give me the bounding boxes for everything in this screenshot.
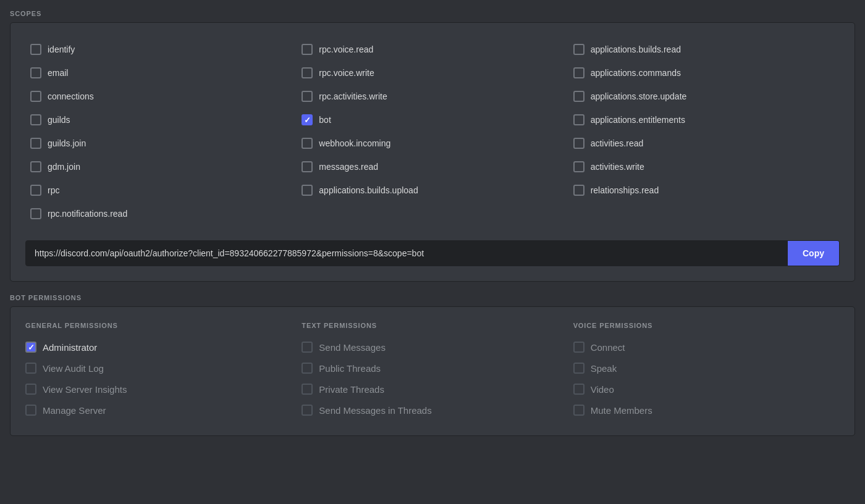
scope-label: applications.entitlements [591,115,685,125]
scope-label: relationships.read [591,185,659,195]
perm-item[interactable]: Public Threads [302,358,563,379]
perm-item[interactable]: Video [573,379,835,400]
scope-item[interactable]: guilds.join [25,132,297,155]
perm-checkbox[interactable] [25,384,36,395]
scope-item[interactable]: webhook.incoming [297,132,568,155]
perm-item[interactable]: View Server Insights [25,379,292,400]
perm-column: GENERAL PERMISSIONSAdministratorView Aud… [25,322,297,421]
scope-item[interactable]: bot [297,108,568,132]
perm-item[interactable]: Mute Members [573,400,835,421]
perm-label: View Audit Log [43,363,104,374]
scope-item[interactable]: activities.read [568,132,840,155]
bot-permissions-card: GENERAL PERMISSIONSAdministratorView Aud… [10,306,855,436]
perm-item[interactable]: Speak [573,358,835,379]
scope-item[interactable]: gdm.join [25,155,297,178]
scope-label: rpc [48,185,59,195]
scope-item[interactable]: rpc [25,178,297,202]
scope-checkbox-rpc.voice.write[interactable] [302,67,313,78]
perm-checkbox[interactable] [573,342,584,353]
scope-label: messages.read [319,162,378,172]
scope-checkbox-relationships.read[interactable] [573,185,584,196]
perm-label: View Server Insights [43,384,127,395]
scope-label: activities.write [591,162,644,172]
scope-checkbox-activities.write[interactable] [573,161,584,172]
copy-button[interactable]: Copy [788,241,839,266]
scope-item[interactable]: rpc.activities.write [297,85,568,108]
scope-item[interactable]: messages.read [297,155,568,178]
scope-checkbox-rpc.voice.read[interactable] [302,44,313,55]
scope-checkbox-guilds.join[interactable] [30,138,41,149]
permissions-grid: GENERAL PERMISSIONSAdministratorView Aud… [25,322,840,421]
scope-item[interactable]: applications.builds.read [568,38,840,61]
perm-item[interactable]: Manage Server [25,400,292,421]
perm-item[interactable]: View Audit Log [25,358,292,379]
scope-column: identifyemailconnectionsguildsguilds.joi… [25,38,297,225]
perm-checkbox[interactable] [302,363,313,374]
scope-checkbox-identify[interactable] [30,44,41,55]
scope-column: rpc.voice.readrpc.voice.writerpc.activit… [297,38,568,225]
scope-checkbox-messages.read[interactable] [302,161,313,172]
perm-checkbox[interactable] [302,405,313,416]
scope-item[interactable]: applications.store.update [568,85,840,108]
scope-checkbox-activities.read[interactable] [573,138,584,149]
scope-checkbox-applications.entitlements[interactable] [573,114,584,125]
scope-item[interactable]: rpc.voice.write [297,61,568,85]
url-bar: https://discord.com/api/oauth2/authorize… [25,240,840,266]
perm-item[interactable]: Send Messages [302,337,563,358]
perm-item[interactable]: Administrator [25,337,292,358]
scope-item[interactable]: applications.entitlements [568,108,840,132]
scope-item[interactable]: connections [25,85,297,108]
perm-checkbox[interactable] [302,342,313,353]
scope-column: applications.builds.readapplications.com… [568,38,840,225]
perm-checkbox[interactable] [573,363,584,374]
scope-item[interactable]: rpc.notifications.read [25,202,297,225]
scope-label: gdm.join [48,162,80,172]
scope-item[interactable]: identify [25,38,297,61]
scope-label: rpc.voice.write [319,68,374,78]
perm-checkbox[interactable] [302,384,313,395]
perm-label: Video [591,384,614,395]
perm-label: Public Threads [319,363,381,374]
perm-item[interactable]: Connect [573,337,835,358]
scope-checkbox-connections[interactable] [30,91,41,102]
scope-item[interactable]: rpc.voice.read [297,38,568,61]
scope-checkbox-applications.builds.upload[interactable] [302,185,313,196]
perm-column-header: GENERAL PERMISSIONS [25,322,292,329]
perm-checkbox[interactable] [25,363,36,374]
scope-checkbox-bot[interactable] [302,114,313,125]
perm-label: Private Threads [319,384,384,395]
scope-checkbox-rpc[interactable] [30,185,41,196]
scope-item[interactable]: applications.builds.upload [297,178,568,202]
perm-item[interactable]: Private Threads [302,379,563,400]
scope-item[interactable]: guilds [25,108,297,132]
perm-column: TEXT PERMISSIONSSend MessagesPublic Thre… [297,322,568,421]
scope-label: identify [48,44,75,54]
perm-column-header: TEXT PERMISSIONS [302,322,563,329]
perm-checkbox[interactable] [573,384,584,395]
scope-checkbox-applications.builds.read[interactable] [573,44,584,55]
perm-label: Manage Server [43,405,106,416]
scope-checkbox-email[interactable] [30,67,41,78]
perm-label: Send Messages [319,342,386,353]
perm-checkbox[interactable] [573,405,584,416]
perm-checkbox[interactable] [25,342,36,353]
scope-item[interactable]: activities.write [568,155,840,178]
scope-checkbox-guilds[interactable] [30,114,41,125]
oauth-url: https://discord.com/api/oauth2/authorize… [26,241,788,266]
scopes-grid: identifyemailconnectionsguildsguilds.joi… [25,38,840,225]
scope-item[interactable]: applications.commands [568,61,840,85]
scope-item[interactable]: relationships.read [568,178,840,202]
scope-checkbox-gdm.join[interactable] [30,161,41,172]
perm-item[interactable]: Send Messages in Threads [302,400,563,421]
perm-checkbox[interactable] [25,405,36,416]
scope-label: guilds [48,115,70,125]
scope-label: bot [319,115,331,125]
scopes-card: identifyemailconnectionsguildsguilds.joi… [10,22,855,282]
scope-item[interactable]: email [25,61,297,85]
scopes-section: SCOPES identifyemailconnectionsguildsgui… [10,10,855,282]
scope-checkbox-rpc.notifications.read[interactable] [30,208,41,219]
scope-checkbox-applications.commands[interactable] [573,67,584,78]
scope-checkbox-webhook.incoming[interactable] [302,138,313,149]
scope-checkbox-rpc.activities.write[interactable] [302,91,313,102]
scope-checkbox-applications.store.update[interactable] [573,91,584,102]
